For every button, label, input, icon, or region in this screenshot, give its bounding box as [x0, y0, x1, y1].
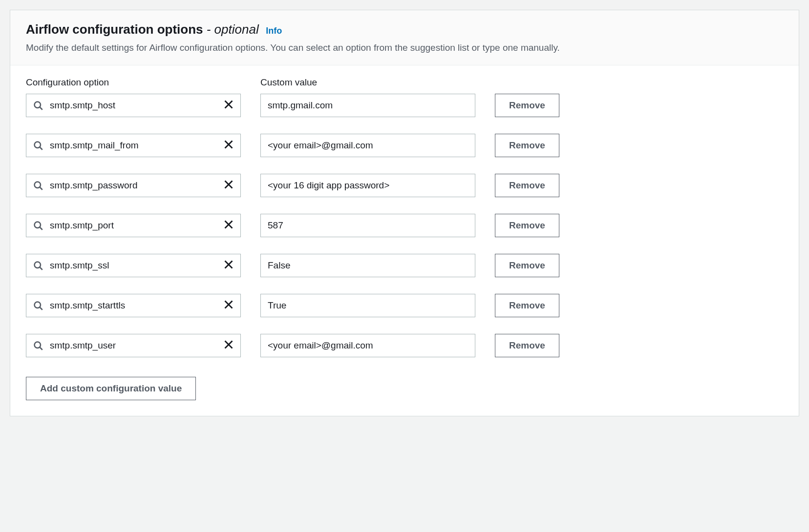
config-option-input[interactable] — [26, 94, 240, 117]
clear-option-button[interactable] — [222, 99, 235, 112]
remove-button[interactable]: Remove — [495, 94, 559, 117]
add-config-button[interactable]: Add custom configuration value — [26, 377, 196, 400]
config-value-input[interactable] — [260, 174, 475, 197]
config-row: Remove — [26, 294, 783, 317]
column-header-row: Configuration option Custom value — [26, 77, 783, 88]
panel-title: Airflow configuration options — [26, 22, 203, 37]
remove-button[interactable]: Remove — [495, 294, 559, 317]
config-value-input[interactable] — [260, 94, 475, 117]
config-option-input[interactable] — [26, 214, 240, 237]
clear-option-button[interactable] — [222, 259, 235, 272]
config-option-input[interactable] — [26, 294, 240, 317]
clear-option-button[interactable] — [222, 299, 235, 312]
config-option-field[interactable] — [26, 214, 241, 237]
panel-title-row: Airflow configuration options - optional… — [26, 22, 783, 37]
config-row: Remove — [26, 134, 783, 157]
config-value-input[interactable] — [260, 134, 475, 157]
config-value-input[interactable] — [260, 214, 475, 237]
rows-container: Remove Remove — [26, 94, 783, 357]
info-link[interactable]: Info — [266, 26, 282, 36]
close-icon — [224, 140, 234, 151]
panel-body: Configuration option Custom value — [10, 65, 799, 416]
config-value-input[interactable] — [260, 294, 475, 317]
panel-title-suffix: - optional — [203, 22, 259, 37]
close-icon — [224, 220, 234, 231]
config-option-field[interactable] — [26, 334, 241, 357]
close-icon — [224, 300, 234, 311]
config-panel: Airflow configuration options - optional… — [10, 10, 799, 416]
close-icon — [224, 260, 234, 271]
config-value-input[interactable] — [260, 254, 475, 277]
config-option-input[interactable] — [26, 334, 240, 357]
column-header-option: Configuration option — [26, 77, 241, 88]
clear-option-button[interactable] — [222, 219, 235, 232]
config-row: Remove — [26, 94, 783, 117]
remove-button[interactable]: Remove — [495, 254, 559, 277]
remove-button[interactable]: Remove — [495, 134, 559, 157]
config-option-input[interactable] — [26, 174, 240, 197]
remove-button[interactable]: Remove — [495, 174, 559, 197]
column-header-value: Custom value — [260, 77, 475, 88]
config-option-field[interactable] — [26, 94, 241, 117]
panel-description: Modify the default settings for Airflow … — [26, 41, 783, 55]
config-value-input[interactable] — [260, 334, 475, 357]
remove-button[interactable]: Remove — [495, 334, 559, 357]
close-icon — [224, 340, 234, 351]
close-icon — [224, 100, 234, 111]
config-option-field[interactable] — [26, 134, 241, 157]
panel-header: Airflow configuration options - optional… — [10, 10, 799, 65]
config-option-field[interactable] — [26, 294, 241, 317]
clear-option-button[interactable] — [222, 139, 235, 152]
clear-option-button[interactable] — [222, 339, 235, 352]
config-row: Remove — [26, 214, 783, 237]
config-option-input[interactable] — [26, 254, 240, 277]
config-option-field[interactable] — [26, 174, 241, 197]
config-option-input[interactable] — [26, 134, 240, 157]
remove-button[interactable]: Remove — [495, 214, 559, 237]
clear-option-button[interactable] — [222, 179, 235, 192]
config-row: Remove — [26, 334, 783, 357]
config-row: Remove — [26, 254, 783, 277]
close-icon — [224, 180, 234, 191]
config-row: Remove — [26, 174, 783, 197]
config-option-field[interactable] — [26, 254, 241, 277]
